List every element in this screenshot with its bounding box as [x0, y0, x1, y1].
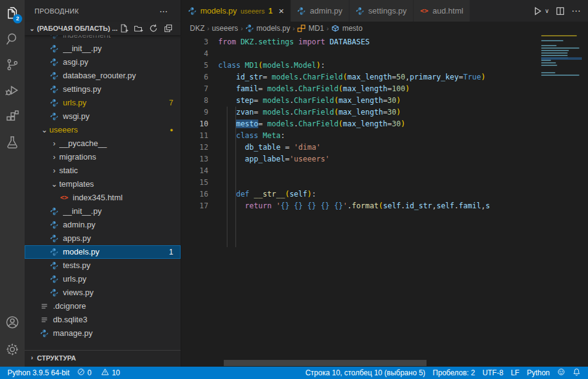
code-line-12[interactable]: 12 db_table = 'dima' — [181, 142, 588, 153]
code-line-17[interactable]: 17 return '{} {} {} {} {}'.format(self.i… — [181, 200, 588, 212]
line-number: 10 — [181, 118, 208, 130]
python-file-icon — [49, 206, 59, 216]
code-line-16[interactable]: 16 def __str__(self): — [181, 189, 588, 200]
code-line-11[interactable]: 11 class Meta: — [181, 130, 588, 142]
code-line-6[interactable]: 6 id_str= models.CharField(max_length=50… — [181, 71, 588, 83]
code-line-10[interactable]: 10 mesto= models.CharField(max_length=30… — [181, 118, 588, 130]
tree-item-wsgi-py[interactable]: wsgi.py — [25, 110, 181, 123]
settings-gear-icon[interactable] — [0, 336, 25, 363]
tab-bar: models.pyuseeers1×admin.pysettings.py<>a… — [181, 0, 588, 22]
chevron-right-icon: › — [49, 137, 59, 150]
new-file-icon[interactable] — [119, 23, 129, 33]
python-file-icon — [39, 328, 49, 338]
modified-dot-icon: ● — [170, 123, 173, 137]
more-actions-icon[interactable]: ⋯ — [571, 6, 581, 17]
breadcrumb-separator: › — [327, 25, 329, 32]
tree-item-templates[interactable]: ⌄templates — [25, 177, 181, 191]
python-file-icon — [49, 84, 59, 94]
status-indentation[interactable]: Пробелов: 2 — [429, 367, 479, 379]
tab-admin-py[interactable]: admin.py — [291, 0, 349, 22]
tab-aud-html[interactable]: <>aud.html — [414, 0, 470, 22]
tree-item-pycache[interactable]: ›__pycache__ — [25, 137, 181, 150]
tree-item-urls-py[interactable]: urls.py — [25, 272, 181, 286]
status-cursor-position[interactable]: Строка 10, столбец 10 (выбрано 5) — [301, 367, 429, 379]
collapse-folders-icon[interactable] — [163, 23, 173, 33]
breadcrumb-item-dkz[interactable]: DKZ — [190, 24, 205, 33]
refresh-icon[interactable] — [149, 23, 158, 33]
status-notifications[interactable] — [569, 367, 584, 379]
code-line-13[interactable]: 13 app_label='useeers' — [181, 153, 588, 165]
python-file-icon — [49, 112, 59, 121]
tree-item-views-py[interactable]: views.py — [25, 286, 181, 300]
tree-item-index345-html[interactable]: <>index345.html — [25, 191, 181, 205]
breadcrumb-item-models-py[interactable]: models.py — [245, 24, 290, 33]
tree-item-admin-py[interactable]: admin.py — [25, 218, 181, 232]
outline-section-header[interactable]: › СТРУКТУРА — [25, 350, 181, 365]
tree-item-db-sqlite3[interactable]: db.sqlite3 — [25, 313, 181, 327]
status-problems[interactable]: 010 — [73, 367, 124, 379]
problems-count-badge: 7 — [169, 96, 173, 110]
views-more-actions-icon[interactable]: ⋯ — [157, 6, 171, 16]
tree-item-manage-py[interactable]: manage.py — [25, 327, 181, 340]
code-line-3[interactable]: 3from DKZ.settings import DATABASES — [181, 36, 588, 48]
tab-description: useeers — [240, 7, 264, 15]
python-file-icon — [49, 261, 59, 271]
close-icon[interactable]: × — [279, 6, 284, 15]
source-control-icon[interactable] — [0, 52, 25, 78]
status-python-interpreter[interactable]: Python 3.9.5 64-bit — [4, 367, 73, 379]
tree-item-indexelement[interactable]: indexelement — [25, 35, 181, 42]
workspace-section-header[interactable]: ⌄ (РАБОЧАЯ ОБЛАСТЬ) ... — [25, 22, 181, 35]
line-number: 15 — [181, 177, 208, 189]
code-line-14[interactable]: 14 — [181, 165, 588, 177]
status-eol[interactable]: LF — [507, 367, 523, 379]
explorer-icon[interactable]: 2 — [0, 0, 25, 26]
split-editor-icon[interactable] — [555, 6, 565, 16]
run-python-file-icon[interactable] — [533, 6, 542, 16]
tree-item-init-py[interactable]: __init__.py — [25, 42, 181, 55]
code-line-4[interactable]: 4 — [181, 48, 588, 60]
python-file-icon — [49, 44, 59, 54]
tree-item-static[interactable]: ›static — [25, 164, 181, 177]
extensions-icon[interactable] — [0, 104, 25, 129]
tree-item-tests-py[interactable]: tests.py — [25, 259, 181, 272]
testing-icon[interactable] — [0, 129, 25, 155]
warning-icon — [101, 368, 109, 378]
tree-item-database-roouter-py[interactable]: database_roouter.py — [25, 69, 181, 83]
python-file-icon — [297, 6, 306, 15]
class-icon — [297, 24, 306, 33]
code-line-15[interactable]: 15 — [181, 177, 588, 189]
account-icon[interactable] — [0, 309, 25, 336]
tree-item-useeers[interactable]: ⌄useeers● — [25, 123, 181, 137]
breadcrumb-item-mesto[interactable]: mesto — [331, 24, 362, 33]
tree-item-settings-py[interactable]: settings.py — [25, 83, 181, 96]
code-line-5[interactable]: 5class MD1(models.Model): — [181, 60, 588, 71]
status-feedback[interactable] — [553, 367, 569, 379]
horizontal-scrollbar[interactable] — [224, 360, 427, 366]
tree-item-dcignore[interactable]: .dcignore — [25, 300, 181, 313]
tree-item-init-py[interactable]: __init__.py — [25, 205, 181, 218]
breadcrumb-item-useeers[interactable]: useeers — [212, 24, 239, 33]
tab-settings-py[interactable]: settings.py — [349, 0, 414, 22]
tree-item-apps-py[interactable]: apps.py — [25, 232, 181, 245]
tree-item-models-py[interactable]: models.py1 — [25, 245, 181, 259]
search-icon[interactable] — [0, 26, 25, 52]
tree-item-migrations[interactable]: ›migrations — [25, 150, 181, 164]
status-language-mode[interactable]: Python — [523, 367, 553, 379]
run-debug-icon[interactable] — [0, 78, 25, 104]
code-line-8[interactable]: 8 step= models.CharField(max_length=30) — [181, 95, 588, 107]
tab-models-py[interactable]: models.pyuseeers1× — [181, 0, 291, 22]
line-number: 9 — [181, 107, 208, 118]
code-line-7[interactable]: 7 famil= models.CharField(max_length=100… — [181, 83, 588, 95]
chevron-down-icon[interactable]: ∨ — [545, 7, 549, 14]
status-encoding[interactable]: UTF-8 — [479, 367, 507, 379]
breadcrumb-item-md1[interactable]: MD1 — [297, 24, 324, 33]
vscode-window: 2 ПРОВОДНИК ⋯ ⌄ (РАБОЧАЯ ОБЛАСТЬ) ... in… — [0, 0, 588, 379]
editor[interactable]: 3from DKZ.settings import DATABASES45cla… — [181, 35, 588, 367]
code-line-9[interactable]: 9 zvan= models.CharField(max_length=30) — [181, 107, 588, 118]
tree-item-asgi-py[interactable]: asgi.py — [25, 55, 181, 69]
file-icon — [39, 301, 49, 311]
tree-item-urls-py[interactable]: urls.py7 — [25, 96, 181, 110]
minimap[interactable] — [541, 35, 582, 128]
breadcrumb: DKZ›useeers›models.py›MD1›mesto — [181, 22, 588, 35]
new-folder-icon[interactable] — [134, 23, 144, 33]
